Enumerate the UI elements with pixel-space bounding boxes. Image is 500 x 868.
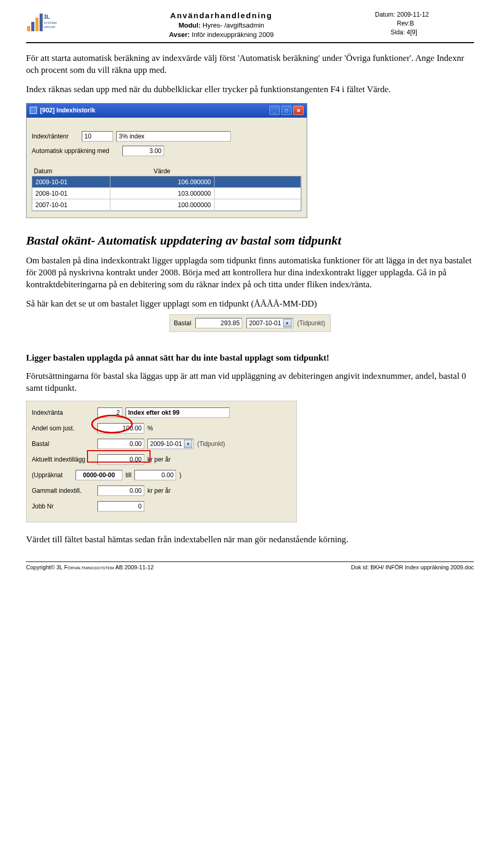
andel-label: Andel som just. xyxy=(32,425,94,432)
module-label: Modul: xyxy=(179,21,201,29)
svg-rect-3 xyxy=(35,18,39,31)
svg-text:3L: 3L xyxy=(44,14,50,20)
cell-empty xyxy=(215,188,301,199)
gammalt-input[interactable]: 0.00 xyxy=(97,486,144,496)
close-icon[interactable]: ✕ xyxy=(293,106,304,115)
indexranta-input[interactable]: 2 xyxy=(97,407,122,418)
chevron-down-icon[interactable]: ▾ xyxy=(184,440,192,448)
index-nr-input[interactable]: 10 xyxy=(82,131,113,142)
window-icon xyxy=(30,107,37,114)
bastal-date-dropdown[interactable]: 2007-10-01 ▾ xyxy=(246,318,293,328)
paragraph-3: Om bastalen på dina indexkontrakt ligger… xyxy=(26,255,474,291)
bastal-date-dropdown2[interactable]: 2009-10-01 ▾ xyxy=(147,439,194,449)
header-center: Användarhandledning Modul: Hyres- /avgif… xyxy=(68,10,375,39)
index-desc-input[interactable]: 3% index xyxy=(116,131,231,142)
indexranta-desc[interactable]: Index efter okt 99 xyxy=(126,407,230,418)
module-value: Hyres- /avgiftsadmin xyxy=(203,21,264,29)
header-right: Datum: 2009-11-12 Rev:B Sida: 4[9] xyxy=(375,10,474,36)
footer-company: 3L Förvaltningssystem AB 2009-11-12 xyxy=(56,564,154,570)
cell-value: 106.090000 xyxy=(110,176,215,188)
paragraph-4: Så här kan det se ut om bastalet ligger … xyxy=(26,298,474,310)
date-value: 2009-11-12 xyxy=(397,11,429,18)
chevron-down-icon[interactable]: ▾ xyxy=(283,319,292,327)
logo: 3L SYSTEM GROUP xyxy=(26,11,57,32)
svg-text:SYSTEM: SYSTEM xyxy=(44,21,57,24)
uppraknat-val[interactable]: 0.00 xyxy=(134,470,176,480)
aktuellt-label: Aktuellt indextillägg xyxy=(32,456,94,463)
table-row[interactable]: 2008-10-01 103.000000 xyxy=(32,188,301,199)
svg-rect-1 xyxy=(27,26,30,31)
gammalt-label: Gammalt indextill. xyxy=(32,487,94,494)
uppraknat-from[interactable]: 0000-00-00 xyxy=(76,470,122,480)
jobbnr-input[interactable]: 0 xyxy=(97,501,144,512)
cell-empty xyxy=(215,199,301,211)
page-label: Sida: xyxy=(391,29,405,36)
index-nr-label: Index/räntenr xyxy=(32,133,79,140)
footer-copyright: Copyright xyxy=(26,564,51,570)
cell-date: 2007-10-01 xyxy=(32,199,110,211)
indexhistorik-window: [902] Indexhistorik _ □ ✕ Index/räntenr … xyxy=(26,103,307,218)
table-row[interactable]: 2009-10-01 106.090000 xyxy=(32,176,301,188)
date-label: Datum: xyxy=(375,11,395,18)
paragraph-1: För att starta automatisk beräkning av i… xyxy=(26,53,474,76)
cell-value: 100.000000 xyxy=(110,199,215,211)
bastal-suffix: (Tidpunkt) xyxy=(297,320,326,327)
andel-unit: % xyxy=(147,425,153,432)
rev-value: B xyxy=(410,20,414,27)
uppraknat-label: (Uppräknat xyxy=(32,471,72,479)
bastal-mini-form: Bastal 293.85 2007-10-01 ▾ (Tidpunkt) xyxy=(169,314,331,332)
maximize-icon[interactable]: □ xyxy=(281,106,292,115)
autoup-input[interactable]: 3.00 xyxy=(122,146,164,156)
bastal-label: Bastal xyxy=(174,320,191,327)
uppraknat-end: ) xyxy=(179,471,181,479)
indexranta-label: Index/ränta xyxy=(32,409,94,416)
bastal-value-input[interactable]: 293.85 xyxy=(195,318,242,328)
section-heading: Bastal okänt- Automatisk uppdatering av … xyxy=(26,234,474,248)
page-value: 4[9] xyxy=(407,29,417,36)
gammalt-unit: kr per år xyxy=(147,487,171,494)
subject-label: Avser: xyxy=(169,31,190,39)
svg-rect-2 xyxy=(31,22,34,31)
cell-date: 2009-10-01 xyxy=(32,176,110,188)
paragraph-2: Index räknas sedan upp med när du dubbel… xyxy=(26,84,474,96)
andel-input[interactable]: 100.00 xyxy=(97,423,144,433)
history-table: 2009-10-01 106.090000 2008-10-01 103.000… xyxy=(32,176,302,211)
autoup-label: Automatisk uppräkning med xyxy=(32,147,119,155)
page-footer: Copyright© 3L Förvaltningssystem AB 2009… xyxy=(26,561,474,570)
rev-label: Rev: xyxy=(397,20,410,27)
window-titlebar[interactable]: [902] Indexhistorik _ □ ✕ xyxy=(27,104,307,118)
jobbnr-label: Jobb Nr xyxy=(32,503,94,510)
paragraph-6: Värdet till fältet bastal hämtas sedan f… xyxy=(26,534,474,546)
aktuellt-unit: kr per år xyxy=(147,456,171,463)
uppraknat-mid: till xyxy=(126,471,131,479)
bastal-suffix2: (Tidpunkt) xyxy=(197,440,225,448)
bastal-label2: Bastal xyxy=(32,440,94,448)
subject-value: Inför indexuppräkning 2009 xyxy=(192,31,274,39)
bastal-input[interactable]: 0.00 xyxy=(97,439,144,449)
paragraph-5: Förutsättningarna för bastal ska läggas … xyxy=(26,371,474,394)
minimize-icon[interactable]: _ xyxy=(269,106,280,115)
page-header: 3L SYSTEM GROUP Användarhandledning Modu… xyxy=(26,10,474,43)
col-value-label: Värde xyxy=(110,168,214,175)
bold-warning: Ligger bastalen upplagda på annat sätt h… xyxy=(26,353,474,363)
cell-empty xyxy=(215,176,301,188)
table-row[interactable]: 2007-10-01 100.000000 xyxy=(32,199,301,211)
aktuellt-input[interactable]: 0.00 xyxy=(97,454,144,465)
bastal-date-value: 2007-10-01 xyxy=(249,320,281,327)
footer-docid: Dok id: BKH/ INFÖR Index uppräkning 2009… xyxy=(351,564,474,570)
document-title: Användarhandledning xyxy=(68,10,375,21)
bastal-date2: 2009-10-01 xyxy=(150,440,182,448)
col-date-label: Datum xyxy=(32,168,110,175)
index-form: Index/ränta 2 Index efter okt 99 Andel s… xyxy=(26,401,297,522)
svg-text:GROUP: GROUP xyxy=(44,25,55,29)
cell-value: 103.000000 xyxy=(110,188,215,199)
cell-date: 2008-10-01 xyxy=(32,188,110,199)
svg-rect-4 xyxy=(40,14,43,31)
window-title: [902] Indexhistorik xyxy=(40,107,95,114)
